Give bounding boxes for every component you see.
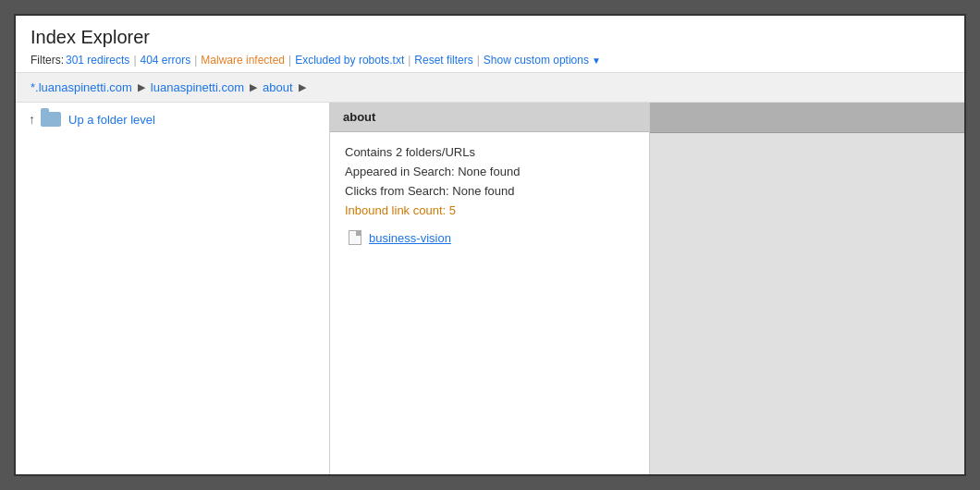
- breadcrumb-arrow-3: ▶: [299, 81, 306, 93]
- stat-clicks: Clicks from Search: None found: [345, 184, 634, 198]
- sep-4: |: [408, 54, 410, 67]
- sep-5: |: [477, 54, 480, 67]
- up-folder-link[interactable]: ↑ Up a folder level: [16, 103, 329, 136]
- middle-panel: about Contains 2 folders/URLs Appeared i…: [330, 103, 650, 474]
- left-panel: ↑ Up a folder level: [16, 103, 330, 474]
- filter-malware[interactable]: Malware infected: [201, 54, 285, 67]
- main-window: Index Explorer Filters: 301 redirects | …: [14, 14, 966, 476]
- filter-reset[interactable]: Reset filters: [414, 54, 472, 67]
- breadcrumb-arrow-2: ▶: [250, 81, 257, 93]
- sep-1: |: [133, 54, 136, 67]
- sep-3: |: [288, 54, 291, 67]
- filter-301-redirects[interactable]: 301 redirects: [66, 54, 129, 67]
- folder-icon: [41, 112, 61, 127]
- up-folder-icon-group: ↑: [29, 112, 61, 127]
- file-item: business-vision: [345, 230, 634, 245]
- custom-options-label: Show custom options: [484, 54, 589, 67]
- breadcrumb-about[interactable]: about: [263, 80, 293, 94]
- breadcrumb: *.luanaspinetti.com ▶ luanaspinetti.com …: [16, 73, 964, 103]
- middle-panel-content: Contains 2 folders/URLs Appeared in Sear…: [330, 132, 649, 258]
- header: Index Explorer Filters: 301 redirects | …: [16, 16, 964, 73]
- file-icon: [349, 230, 361, 245]
- right-panel: [650, 103, 964, 474]
- stat-folders: Contains 2 folders/URLs: [345, 145, 634, 159]
- filters-label: Filters:: [31, 54, 64, 67]
- content-area: ↑ Up a folder level about Contains 2 fol…: [16, 103, 964, 474]
- stat-inbound: Inbound link count: 5: [345, 203, 634, 217]
- filter-404-errors[interactable]: 404 errors: [141, 54, 191, 67]
- sep-2: |: [194, 54, 197, 67]
- breadcrumb-arrow-1: ▶: [138, 81, 145, 93]
- page-title: Index Explorer: [31, 27, 949, 48]
- filter-excluded[interactable]: Excluded by robots.txt: [295, 54, 404, 67]
- breadcrumb-domain[interactable]: luanaspinetti.com: [151, 80, 244, 94]
- breadcrumb-root[interactable]: *.luanaspinetti.com: [31, 80, 132, 94]
- up-folder-label: Up a folder level: [68, 113, 155, 127]
- right-panel-header: [650, 103, 964, 133]
- custom-options-button[interactable]: Show custom options ▼: [484, 54, 601, 67]
- arrow-up-icon: ↑: [29, 112, 35, 127]
- middle-panel-header: about: [330, 103, 649, 132]
- filters-bar: Filters: 301 redirects | 404 errors | Ma…: [31, 54, 949, 67]
- file-link-business-vision[interactable]: business-vision: [369, 231, 451, 245]
- stat-appeared: Appeared in Search: None found: [345, 165, 634, 178]
- dropdown-arrow-icon: ▼: [592, 55, 601, 66]
